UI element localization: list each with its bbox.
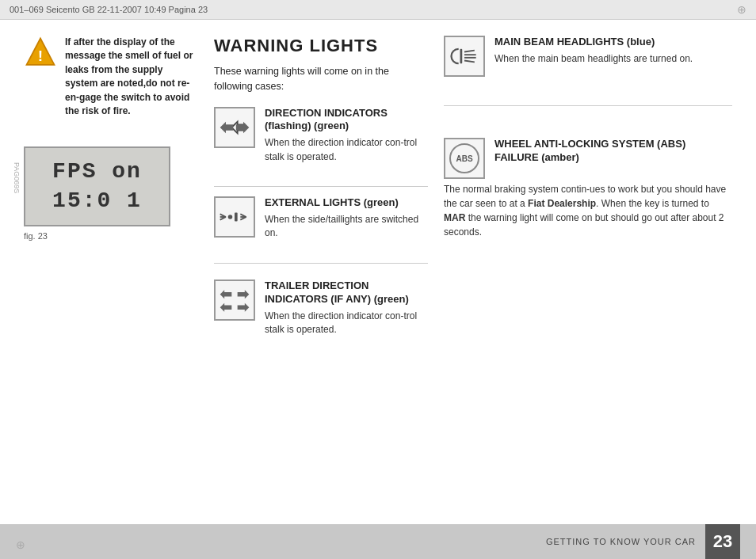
- svg-text:!: !: [38, 48, 43, 64]
- fps-display-area: PAG069S FPS on 15:0 1 fig. 23: [24, 146, 198, 241]
- fps-box: FPS on 15:0 1: [24, 146, 170, 226]
- external-lights-icon: [217, 200, 252, 234]
- direction-title: DIRECTION INDICATORS (flashing) (green): [265, 107, 428, 134]
- divider2: [214, 263, 428, 264]
- footer-page-num: 23: [705, 524, 740, 559]
- main-beam-info: MAIN BEAM HEADLIGHTS (blue) When the mai…: [494, 36, 732, 66]
- main-beam-title: MAIN BEAM HEADLIGHTS (blue): [494, 36, 732, 49]
- divider3: [444, 105, 732, 106]
- fig-caption: fig. 23: [24, 231, 198, 241]
- external-item-info: EXTERNAL LIGHTS (green) When the side/ta…: [265, 196, 428, 241]
- external-title: EXTERNAL LIGHTS (green): [265, 196, 428, 210]
- side-label: PAG069S: [13, 162, 21, 193]
- svg-point-8: [228, 215, 233, 219]
- direction-arrows-icon: [217, 110, 252, 145]
- page-wrapper: 001–069 Seicento GB 22-11-2007 10:49 Pag…: [0, 0, 756, 559]
- footer-bar: ⊕ GETTING TO KNOW YOUR CAR 23: [0, 524, 756, 559]
- section-intro: These warning lights will come on in the…: [214, 64, 428, 94]
- main-content: ! If after the display of the message th…: [0, 20, 756, 524]
- trailer-item-info: TRAILER DIRECTION INDICATORS (IF ANY) (g…: [265, 280, 428, 337]
- external-item: EXTERNAL LIGHTS (green) When the side/ta…: [214, 196, 428, 241]
- trailer-arrows-icon: [217, 283, 252, 318]
- center-mark: ⊕: [737, 3, 746, 16]
- left-column: ! If after the display of the message th…: [24, 36, 198, 516]
- abs-info: WHEEL ANTI-LOCKING SYSTEM (ABS) FAILURE …: [494, 138, 732, 168]
- trailer-title: TRAILER DIRECTION INDICATORS (IF ANY) (g…: [265, 280, 428, 306]
- abs-section: ABS WHEEL ANTI-LOCKING SYSTEM (ABS) FAIL…: [444, 138, 732, 239]
- external-desc: When the side/taillights are switched on…: [265, 213, 428, 241]
- trailer-item: TRAILER DIRECTION INDICATORS (IF ANY) (g…: [214, 280, 428, 337]
- header-text: 001–069 Seicento GB 22-11-2007 10:49 Pag…: [10, 5, 208, 14]
- abs-header: ABS WHEEL ANTI-LOCKING SYSTEM (ABS) FAIL…: [444, 138, 732, 179]
- svg-line-18: [464, 51, 475, 52]
- footer-text: GETTING TO KNOW YOUR CAR: [546, 537, 696, 546]
- abs-icon-box: ABS: [444, 138, 485, 179]
- warning-triangle-icon: !: [24, 36, 57, 69]
- right-column: MAIN BEAM HEADLIGHTS (blue) When the mai…: [444, 36, 732, 516]
- direction-item-info: DIRECTION INDICATORS (flashing) (green) …: [265, 107, 428, 165]
- svg-marker-13: [220, 290, 232, 299]
- external-icon-box: [214, 196, 255, 238]
- svg-rect-9: [235, 213, 238, 222]
- svg-marker-15: [220, 302, 232, 311]
- middle-column: WARNING LIGHTS These warning lights will…: [214, 36, 428, 516]
- fps-line1: FPS on 15:0 1: [38, 158, 156, 215]
- main-beam-icon-box: [444, 36, 485, 77]
- svg-marker-16: [238, 302, 250, 311]
- abs-title: WHEEL ANTI-LOCKING SYSTEM (ABS) FAILURE …: [494, 138, 732, 165]
- svg-marker-14: [238, 290, 250, 299]
- abs-desc: The normal braking system contin-ues to …: [444, 182, 732, 239]
- abs-circle: ABS: [449, 143, 479, 173]
- direction-desc: When the direction indicator con-trol st…: [265, 136, 428, 164]
- direction-item: DIRECTION INDICATORS (flashing) (green) …: [214, 107, 428, 165]
- warning-notice-text: If after the display of the message the …: [65, 36, 198, 118]
- main-beam-icon: [447, 39, 482, 74]
- svg-line-21: [464, 61, 475, 63]
- svg-marker-3: [220, 121, 234, 133]
- header-bar: 001–069 Seicento GB 22-11-2007 10:49 Pag…: [0, 0, 756, 20]
- trailer-icon-box: [214, 280, 255, 321]
- main-beam-desc: When the main beam headlights are turned…: [494, 52, 732, 66]
- direction-icon-box: [214, 107, 255, 148]
- trailer-desc: When the direction indicator con-trol st…: [265, 310, 428, 337]
- warning-notice: ! If after the display of the message th…: [24, 36, 198, 118]
- main-beam-section: MAIN BEAM HEADLIGHTS (blue) When the mai…: [444, 36, 732, 77]
- section-title: WARNING LIGHTS: [214, 36, 428, 56]
- crosshair-left: ⊕: [16, 538, 25, 551]
- divider1: [214, 186, 428, 187]
- abs-text: ABS: [456, 154, 472, 163]
- svg-rect-17: [460, 49, 463, 63]
